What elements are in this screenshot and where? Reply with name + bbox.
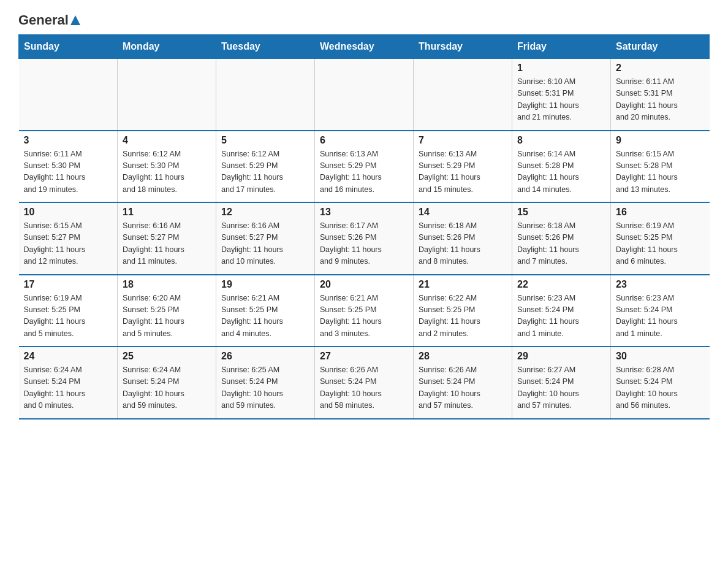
day-number: 30	[616, 351, 705, 362]
day-number: 28	[419, 351, 507, 362]
day-number: 14	[419, 207, 507, 218]
day-info: Sunrise: 6:12 AMSunset: 5:30 PMDaylight:…	[123, 148, 211, 196]
day-info: Sunrise: 6:22 AMSunset: 5:25 PMDaylight:…	[419, 293, 507, 340]
header-cell-wednesday: Wednesday	[315, 35, 414, 59]
day-number: 12	[221, 207, 309, 218]
calendar-cell: 9Sunrise: 6:15 AMSunset: 5:28 PMDaylight…	[611, 131, 710, 203]
day-info: Sunrise: 6:14 AMSunset: 5:28 PMDaylight:…	[517, 148, 605, 196]
day-info: Sunrise: 6:17 AMSunset: 5:26 PMDaylight:…	[320, 220, 408, 268]
week-row: 10Sunrise: 6:15 AMSunset: 5:27 PMDayligh…	[19, 202, 710, 275]
day-number: 1	[517, 63, 605, 74]
day-number: 26	[221, 351, 309, 362]
day-info: Sunrise: 6:21 AMSunset: 5:25 PMDaylight:…	[221, 293, 309, 340]
calendar-cell: 15Sunrise: 6:18 AMSunset: 5:26 PMDayligh…	[512, 202, 611, 275]
calendar-cell: 2Sunrise: 6:11 AMSunset: 5:31 PMDaylight…	[611, 59, 710, 131]
calendar-cell: 5Sunrise: 6:12 AMSunset: 5:29 PMDaylight…	[216, 131, 315, 203]
calendar-header: SundayMondayTuesdayWednesdayThursdayFrid…	[19, 35, 710, 59]
calendar-body: 1Sunrise: 6:10 AMSunset: 5:31 PMDaylight…	[19, 59, 710, 419]
calendar-cell: 29Sunrise: 6:27 AMSunset: 5:24 PMDayligh…	[512, 347, 611, 419]
calendar-cell: 7Sunrise: 6:13 AMSunset: 5:29 PMDaylight…	[414, 131, 512, 203]
calendar-cell: 17Sunrise: 6:19 AMSunset: 5:25 PMDayligh…	[19, 275, 118, 347]
header-cell-tuesday: Tuesday	[216, 35, 315, 59]
logo-triangle-icon	[70, 15, 80, 25]
calendar-cell: 1Sunrise: 6:10 AMSunset: 5:31 PMDaylight…	[512, 59, 611, 131]
day-number: 11	[123, 207, 211, 218]
day-info: Sunrise: 6:13 AMSunset: 5:29 PMDaylight:…	[320, 148, 408, 196]
calendar-cell: 19Sunrise: 6:21 AMSunset: 5:25 PMDayligh…	[216, 275, 315, 347]
day-info: Sunrise: 6:11 AMSunset: 5:30 PMDaylight:…	[24, 148, 113, 196]
day-number: 16	[616, 207, 705, 218]
calendar-cell: 28Sunrise: 6:26 AMSunset: 5:24 PMDayligh…	[414, 347, 512, 419]
day-number: 22	[517, 279, 605, 290]
day-info: Sunrise: 6:15 AMSunset: 5:28 PMDaylight:…	[616, 148, 705, 196]
day-number: 8	[517, 135, 605, 146]
day-number: 2	[616, 63, 705, 74]
calendar-cell: 30Sunrise: 6:28 AMSunset: 5:24 PMDayligh…	[611, 347, 710, 419]
day-info: Sunrise: 6:12 AMSunset: 5:29 PMDaylight:…	[221, 148, 309, 196]
calendar-cell: 13Sunrise: 6:17 AMSunset: 5:26 PMDayligh…	[315, 202, 414, 275]
day-number: 21	[419, 279, 507, 290]
week-row: 3Sunrise: 6:11 AMSunset: 5:30 PMDaylight…	[19, 131, 710, 203]
day-info: Sunrise: 6:20 AMSunset: 5:25 PMDaylight:…	[123, 293, 211, 340]
day-number: 27	[320, 351, 408, 362]
calendar-cell	[315, 59, 414, 131]
day-number: 3	[24, 135, 113, 146]
calendar-cell: 11Sunrise: 6:16 AMSunset: 5:27 PMDayligh…	[118, 202, 216, 275]
day-number: 24	[24, 351, 113, 362]
calendar-cell: 10Sunrise: 6:15 AMSunset: 5:27 PMDayligh…	[19, 202, 118, 275]
calendar-table: SundayMondayTuesdayWednesdayThursdayFrid…	[18, 34, 710, 419]
day-info: Sunrise: 6:11 AMSunset: 5:31 PMDaylight:…	[616, 76, 705, 124]
header-cell-saturday: Saturday	[611, 35, 710, 59]
day-number: 9	[616, 135, 705, 146]
day-number: 23	[616, 279, 705, 290]
logo-general: General	[18, 12, 69, 28]
week-row: 17Sunrise: 6:19 AMSunset: 5:25 PMDayligh…	[19, 275, 710, 347]
day-number: 17	[24, 279, 113, 290]
day-number: 10	[24, 207, 113, 218]
calendar-cell: 22Sunrise: 6:23 AMSunset: 5:24 PMDayligh…	[512, 275, 611, 347]
day-number: 25	[123, 351, 211, 362]
calendar-cell: 12Sunrise: 6:16 AMSunset: 5:27 PMDayligh…	[216, 202, 315, 275]
calendar-cell: 8Sunrise: 6:14 AMSunset: 5:28 PMDaylight…	[512, 131, 611, 203]
day-number: 13	[320, 207, 408, 218]
day-info: Sunrise: 6:24 AMSunset: 5:24 PMDaylight:…	[24, 364, 113, 412]
day-number: 19	[221, 279, 309, 290]
day-number: 6	[320, 135, 408, 146]
calendar-cell: 3Sunrise: 6:11 AMSunset: 5:30 PMDaylight…	[19, 131, 118, 203]
day-info: Sunrise: 6:18 AMSunset: 5:26 PMDaylight:…	[419, 220, 507, 268]
day-info: Sunrise: 6:13 AMSunset: 5:29 PMDaylight:…	[419, 148, 507, 196]
calendar-cell: 16Sunrise: 6:19 AMSunset: 5:25 PMDayligh…	[611, 202, 710, 275]
day-info: Sunrise: 6:26 AMSunset: 5:24 PMDaylight:…	[320, 364, 408, 412]
calendar-cell: 27Sunrise: 6:26 AMSunset: 5:24 PMDayligh…	[315, 347, 414, 419]
calendar-cell: 26Sunrise: 6:25 AMSunset: 5:24 PMDayligh…	[216, 347, 315, 419]
calendar-cell	[216, 59, 315, 131]
page-header: General	[18, 12, 710, 26]
calendar-cell	[414, 59, 512, 131]
calendar-cell	[118, 59, 216, 131]
calendar-cell: 24Sunrise: 6:24 AMSunset: 5:24 PMDayligh…	[19, 347, 118, 419]
day-info: Sunrise: 6:21 AMSunset: 5:25 PMDaylight:…	[320, 293, 408, 340]
header-row: SundayMondayTuesdayWednesdayThursdayFrid…	[19, 35, 710, 59]
day-info: Sunrise: 6:25 AMSunset: 5:24 PMDaylight:…	[221, 364, 309, 412]
day-number: 4	[123, 135, 211, 146]
logo: General	[18, 12, 82, 26]
header-cell-thursday: Thursday	[414, 35, 512, 59]
day-info: Sunrise: 6:18 AMSunset: 5:26 PMDaylight:…	[517, 220, 605, 268]
week-row: 1Sunrise: 6:10 AMSunset: 5:31 PMDaylight…	[19, 59, 710, 131]
day-number: 20	[320, 279, 408, 290]
calendar-cell: 23Sunrise: 6:23 AMSunset: 5:24 PMDayligh…	[611, 275, 710, 347]
calendar-cell: 25Sunrise: 6:24 AMSunset: 5:24 PMDayligh…	[118, 347, 216, 419]
calendar-cell: 18Sunrise: 6:20 AMSunset: 5:25 PMDayligh…	[118, 275, 216, 347]
calendar-cell	[19, 59, 118, 131]
day-info: Sunrise: 6:23 AMSunset: 5:24 PMDaylight:…	[616, 293, 705, 340]
calendar-cell: 21Sunrise: 6:22 AMSunset: 5:25 PMDayligh…	[414, 275, 512, 347]
day-number: 5	[221, 135, 309, 146]
calendar-cell: 6Sunrise: 6:13 AMSunset: 5:29 PMDaylight…	[315, 131, 414, 203]
day-info: Sunrise: 6:10 AMSunset: 5:31 PMDaylight:…	[517, 76, 605, 124]
day-info: Sunrise: 6:19 AMSunset: 5:25 PMDaylight:…	[24, 293, 113, 340]
day-number: 18	[123, 279, 211, 290]
calendar-cell: 20Sunrise: 6:21 AMSunset: 5:25 PMDayligh…	[315, 275, 414, 347]
day-number: 7	[419, 135, 507, 146]
day-info: Sunrise: 6:28 AMSunset: 5:24 PMDaylight:…	[616, 364, 705, 412]
header-cell-sunday: Sunday	[19, 35, 118, 59]
